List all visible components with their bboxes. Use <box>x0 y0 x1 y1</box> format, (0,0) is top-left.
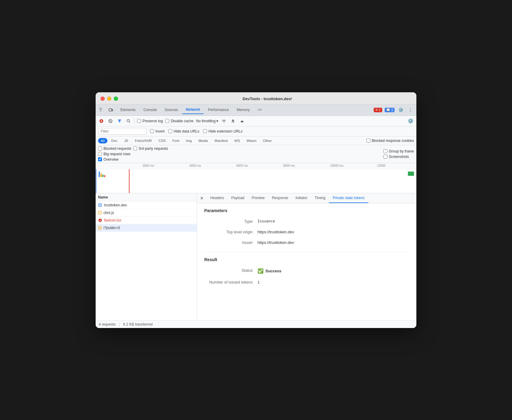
bar-script <box>100 173 102 177</box>
filter-icon[interactable] <box>116 118 123 124</box>
param-type-value: Issuance <box>258 219 275 224</box>
blocked-requests-checkbox[interactable] <box>98 146 102 150</box>
filter-input[interactable] <box>98 128 146 135</box>
clear-button[interactable] <box>107 118 114 124</box>
request-trusttoken[interactable]: trusttoken.dev <box>96 202 197 209</box>
type-font[interactable]: Font <box>170 138 182 143</box>
group-by-frame-label[interactable]: Group by frame <box>383 149 414 153</box>
invert-checkbox[interactable] <box>150 129 154 133</box>
tab-sources[interactable]: Sources <box>161 106 182 114</box>
detail-tab-private-state-tokens[interactable]: Private state tokens <box>329 193 368 203</box>
svg-point-9 <box>127 119 130 122</box>
third-party-requests-label[interactable]: 3rd-party requests <box>133 146 168 151</box>
filter-bar: Invert Hide data URLs Hide extension URL… <box>96 126 416 136</box>
screenshots-label[interactable]: Screenshots <box>383 155 409 159</box>
stop-recording-button[interactable] <box>98 118 105 124</box>
inspect-icon[interactable] <box>98 106 105 113</box>
param-type-label: Type <box>204 219 253 224</box>
screenshots-checkbox[interactable] <box>383 155 387 159</box>
status-bar: 4 requests 6.2 KB transferred <box>96 320 416 328</box>
svg-point-11 <box>224 122 224 123</box>
requests-panel: Name trusttoken.dev <box>96 193 197 320</box>
detail-tab-response[interactable]: Response <box>268 193 292 203</box>
req-icon-script: JS <box>98 211 102 215</box>
blocked-cookies-checkbox[interactable] <box>366 139 370 143</box>
network-settings-icon[interactable]: ⚙️ <box>407 118 414 124</box>
param-issuer-value: https://trusttoken.dev <box>258 240 294 245</box>
parameters-title: Parameters <box>204 208 409 213</box>
type-media[interactable]: Media <box>196 138 211 143</box>
third-party-requests-checkbox[interactable] <box>133 146 137 150</box>
tab-console[interactable]: Console <box>140 106 160 114</box>
tab-memory[interactable]: Memory <box>233 106 253 114</box>
option-row-4: Group by frame <box>383 149 414 153</box>
preserve-log-label[interactable]: Preserve log <box>137 119 163 123</box>
time-mark-6000: 6000 ms <box>236 164 248 167</box>
tab-network[interactable]: Network <box>182 106 204 114</box>
status-value: ✅ Success <box>258 268 281 274</box>
param-issuer-row: Issuer https://trusttoken.dev <box>204 240 409 245</box>
param-origin-label: Top level origin <box>204 230 253 234</box>
overview-label[interactable]: Overview <box>98 157 119 162</box>
detail-tab-headers[interactable]: Headers <box>207 193 228 203</box>
maximize-button[interactable] <box>114 97 118 101</box>
big-request-rows-label[interactable]: Big request rows <box>98 152 130 156</box>
search-icon[interactable] <box>125 118 132 124</box>
hide-extension-urls-label[interactable]: Hide extension URLs <box>203 129 243 133</box>
req-icon-doc <box>98 203 102 207</box>
type-manifest[interactable]: Manifest <box>212 138 230 143</box>
tab-more[interactable]: >> <box>254 106 265 114</box>
option-row-1: Blocked requests 3rd-party requests <box>98 146 383 151</box>
invert-label[interactable]: Invert <box>150 129 165 133</box>
type-js[interactable]: JS <box>121 138 131 143</box>
upload-icon[interactable] <box>230 118 236 124</box>
svg-line-10 <box>129 121 130 123</box>
more-options-icon[interactable]: ⋮ <box>407 106 414 113</box>
hide-extension-urls-checkbox[interactable] <box>203 129 207 133</box>
hide-data-urls-checkbox[interactable] <box>168 129 172 133</box>
request-favicon[interactable]: ✕ favicon.ico <box>96 217 197 224</box>
tab-performance[interactable]: Performance <box>204 106 232 114</box>
overview-checkbox[interactable] <box>98 157 102 161</box>
minimize-button[interactable] <box>107 97 111 101</box>
close-button[interactable] <box>100 97 105 101</box>
svg-rect-3 <box>112 109 113 111</box>
big-request-rows-checkbox[interactable] <box>98 152 102 156</box>
window-title: DevTools - trusttoken.dev/ <box>123 97 412 101</box>
option-row-5: Screenshots <box>383 155 414 159</box>
detail-tab-initiator[interactable]: Initiator <box>292 193 311 203</box>
detail-tab-timing[interactable]: Timing <box>311 193 329 203</box>
hide-data-urls-label[interactable]: Hide data URLs <box>168 129 199 133</box>
type-ws[interactable]: WS <box>232 138 243 143</box>
blocked-requests-label[interactable]: Blocked requests <box>98 146 131 151</box>
overview-timeline[interactable]: 2000 ms 4000 ms 6000 ms 8000 ms 10000 ms… <box>96 163 416 193</box>
type-all[interactable]: All <box>98 138 107 143</box>
wifi-icon[interactable] <box>221 118 227 124</box>
responsive-icon[interactable] <box>107 106 114 113</box>
tab-elements[interactable]: Elements <box>117 106 139 114</box>
type-other[interactable]: Other <box>260 138 274 143</box>
type-doc[interactable]: Doc <box>109 138 120 143</box>
blocked-cookies-label[interactable]: Blocked response cookies <box>366 139 414 143</box>
disable-cache-checkbox[interactable] <box>165 119 169 123</box>
type-fetch-xhr[interactable]: Fetch/XHR <box>132 138 155 143</box>
request-ipublic[interactable]: i?public=0 <box>96 224 197 232</box>
detail-close-button[interactable]: ✕ <box>198 195 205 202</box>
green-rect <box>408 172 414 176</box>
status-transferred: 6.2 KB transferred <box>123 322 153 326</box>
group-by-frame-checkbox[interactable] <box>383 149 387 153</box>
type-css[interactable]: CSS <box>156 138 169 143</box>
status-row: Status ✅ Success <box>204 268 409 274</box>
detail-tab-payload[interactable]: Payload <box>228 193 248 203</box>
preserve-log-checkbox[interactable] <box>137 119 141 123</box>
disable-cache-label[interactable]: Disable cache <box>165 119 193 123</box>
time-ruler: 2000 ms 4000 ms 6000 ms 8000 ms 10000 ms… <box>96 163 416 169</box>
type-wasm[interactable]: Wasm <box>244 138 259 143</box>
download-icon[interactable] <box>239 118 245 124</box>
req-icon-error: ✕ <box>98 218 102 222</box>
request-cbor[interactable]: JS cbor.js <box>96 209 197 217</box>
detail-tab-preview[interactable]: Preview <box>248 193 268 203</box>
throttle-select[interactable]: No throttling ▾ <box>196 119 218 123</box>
settings-icon[interactable]: ⚙️ <box>397 106 404 113</box>
type-img[interactable]: Img <box>183 138 195 143</box>
